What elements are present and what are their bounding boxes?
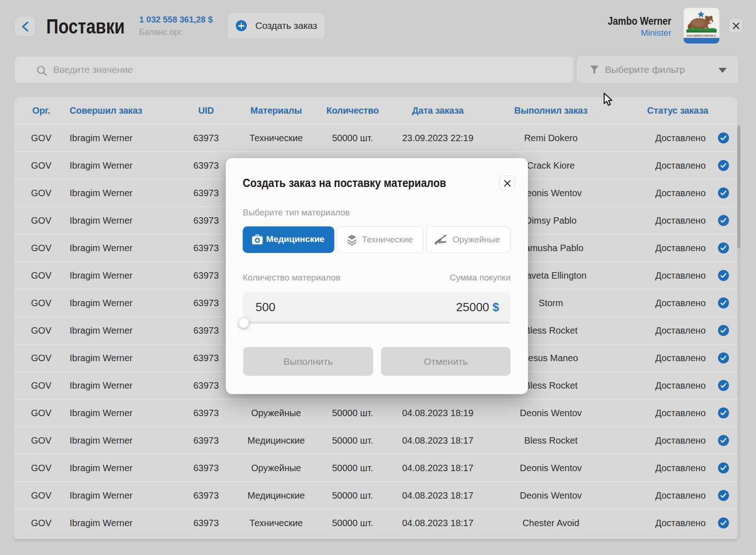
svg-text:SAN ANDREAS REPUBLIC: SAN ANDREAS REPUBLIC bbox=[687, 34, 717, 37]
